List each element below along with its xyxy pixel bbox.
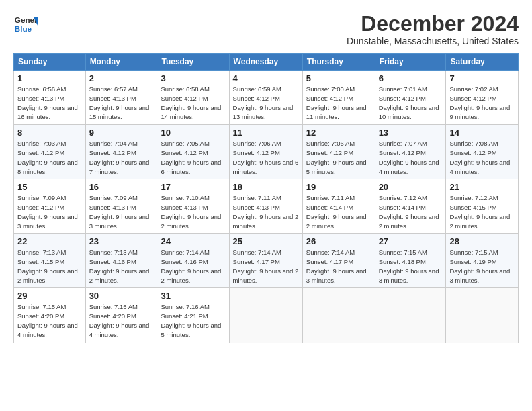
- calendar-table: SundayMondayTuesdayWednesdayThursdayFrid…: [13, 53, 519, 342]
- day-cell: [229, 288, 302, 342]
- day-cell: 22 Sunrise: 7:13 AMSunset: 4:15 PMDaylig…: [14, 234, 86, 288]
- day-number: 10: [161, 128, 225, 138]
- day-number: 12: [306, 128, 371, 138]
- day-info: Sunrise: 7:09 AMSunset: 4:12 PMDaylight:…: [17, 194, 78, 229]
- col-header-sunday: Sunday: [14, 54, 86, 71]
- day-info: Sunrise: 7:13 AMSunset: 4:15 PMDaylight:…: [17, 248, 78, 283]
- day-cell: 10 Sunrise: 7:05 AMSunset: 4:12 PMDaylig…: [157, 125, 229, 179]
- month-title: December 2024: [347, 12, 519, 36]
- day-cell: 31 Sunrise: 7:16 AMSunset: 4:21 PMDaylig…: [157, 288, 229, 342]
- day-number: 3: [161, 73, 225, 83]
- day-number: 2: [89, 73, 154, 83]
- day-info: Sunrise: 6:56 AMSunset: 4:13 PMDaylight:…: [17, 85, 78, 120]
- day-info: Sunrise: 7:15 AMSunset: 4:19 PMDaylight:…: [449, 248, 510, 283]
- day-info: Sunrise: 6:57 AMSunset: 4:13 PMDaylight:…: [89, 85, 150, 120]
- day-cell: 11 Sunrise: 7:06 AMSunset: 4:12 PMDaylig…: [229, 125, 302, 179]
- day-cell: 3 Sunrise: 6:58 AMSunset: 4:12 PMDayligh…: [157, 71, 229, 125]
- day-cell: 17 Sunrise: 7:10 AMSunset: 4:13 PMDaylig…: [157, 179, 229, 234]
- day-cell: 24 Sunrise: 7:14 AMSunset: 4:16 PMDaylig…: [157, 234, 229, 288]
- week-row-3: 15 Sunrise: 7:09 AMSunset: 4:12 PMDaylig…: [14, 179, 519, 234]
- day-info: Sunrise: 7:10 AMSunset: 4:13 PMDaylight:…: [161, 194, 221, 229]
- day-number: 8: [17, 128, 82, 138]
- day-info: Sunrise: 7:14 AMSunset: 4:17 PMDaylight:…: [306, 248, 367, 283]
- day-number: 5: [306, 73, 371, 83]
- day-cell: 27 Sunrise: 7:15 AMSunset: 4:18 PMDaylig…: [375, 234, 446, 288]
- day-number: 21: [449, 182, 515, 192]
- day-number: 4: [233, 73, 299, 83]
- day-info: Sunrise: 6:59 AMSunset: 4:12 PMDaylight:…: [233, 85, 294, 120]
- subtitle: Dunstable, Massachusetts, United States: [347, 36, 519, 46]
- col-header-saturday: Saturday: [446, 54, 519, 71]
- day-info: Sunrise: 7:05 AMSunset: 4:12 PMDaylight:…: [161, 140, 221, 175]
- col-header-tuesday: Tuesday: [157, 54, 229, 71]
- col-header-friday: Friday: [375, 54, 446, 71]
- day-number: 20: [379, 182, 443, 192]
- day-info: Sunrise: 7:00 AMSunset: 4:12 PMDaylight:…: [306, 85, 367, 120]
- day-number: 28: [449, 236, 515, 246]
- logo-icon: General Blue: [13, 12, 38, 36]
- day-info: Sunrise: 7:06 AMSunset: 4:12 PMDaylight:…: [233, 140, 299, 175]
- day-info: Sunrise: 7:14 AMSunset: 4:17 PMDaylight:…: [233, 248, 299, 283]
- day-cell: 21 Sunrise: 7:12 AMSunset: 4:15 PMDaylig…: [446, 179, 519, 234]
- day-cell: [302, 288, 375, 342]
- day-info: Sunrise: 7:01 AMSunset: 4:12 PMDaylight:…: [379, 85, 439, 120]
- day-number: 7: [449, 73, 515, 83]
- day-info: Sunrise: 7:16 AMSunset: 4:21 PMDaylight:…: [161, 303, 221, 338]
- svg-text:General: General: [15, 15, 38, 24]
- day-number: 24: [161, 236, 225, 246]
- header: General Blue December 2024 Dunstable, Ma…: [13, 12, 519, 46]
- day-number: 31: [161, 291, 225, 301]
- week-row-2: 8 Sunrise: 7:03 AMSunset: 4:12 PMDayligh…: [14, 125, 519, 179]
- day-info: Sunrise: 7:11 AMSunset: 4:14 PMDaylight:…: [306, 194, 367, 229]
- day-info: Sunrise: 7:15 AMSunset: 4:20 PMDaylight:…: [17, 303, 78, 338]
- day-number: 25: [233, 236, 299, 246]
- day-cell: 6 Sunrise: 7:01 AMSunset: 4:12 PMDayligh…: [375, 71, 446, 125]
- day-cell: 26 Sunrise: 7:14 AMSunset: 4:17 PMDaylig…: [302, 234, 375, 288]
- day-info: Sunrise: 7:12 AMSunset: 4:14 PMDaylight:…: [379, 194, 439, 229]
- day-number: 18: [233, 182, 299, 192]
- day-cell: 25 Sunrise: 7:14 AMSunset: 4:17 PMDaylig…: [229, 234, 302, 288]
- day-info: Sunrise: 7:11 AMSunset: 4:13 PMDaylight:…: [233, 194, 299, 229]
- title-block: December 2024 Dunstable, Massachusetts, …: [347, 12, 519, 46]
- week-row-5: 29 Sunrise: 7:15 AMSunset: 4:20 PMDaylig…: [14, 288, 519, 342]
- svg-text:Blue: Blue: [15, 24, 32, 33]
- day-cell: 12 Sunrise: 7:06 AMSunset: 4:12 PMDaylig…: [302, 125, 375, 179]
- day-number: 1: [17, 73, 82, 83]
- day-cell: 2 Sunrise: 6:57 AMSunset: 4:13 PMDayligh…: [85, 71, 157, 125]
- day-number: 13: [379, 128, 443, 138]
- col-header-wednesday: Wednesday: [229, 54, 302, 71]
- day-info: Sunrise: 7:03 AMSunset: 4:12 PMDaylight:…: [17, 140, 78, 175]
- day-cell: 4 Sunrise: 6:59 AMSunset: 4:12 PMDayligh…: [229, 71, 302, 125]
- col-header-thursday: Thursday: [302, 54, 375, 71]
- logo: General Blue: [13, 12, 38, 36]
- day-cell: 9 Sunrise: 7:04 AMSunset: 4:12 PMDayligh…: [85, 125, 157, 179]
- day-info: Sunrise: 7:12 AMSunset: 4:15 PMDaylight:…: [449, 194, 510, 229]
- day-number: 19: [306, 182, 371, 192]
- day-number: 16: [89, 182, 154, 192]
- week-row-4: 22 Sunrise: 7:13 AMSunset: 4:15 PMDaylig…: [14, 234, 519, 288]
- day-cell: 18 Sunrise: 7:11 AMSunset: 4:13 PMDaylig…: [229, 179, 302, 234]
- day-cell: 7 Sunrise: 7:02 AMSunset: 4:12 PMDayligh…: [446, 71, 519, 125]
- day-number: 17: [161, 182, 225, 192]
- day-cell: 15 Sunrise: 7:09 AMSunset: 4:12 PMDaylig…: [14, 179, 86, 234]
- day-cell: 28 Sunrise: 7:15 AMSunset: 4:19 PMDaylig…: [446, 234, 519, 288]
- main-container: General Blue December 2024 Dunstable, Ma…: [0, 0, 532, 350]
- day-info: Sunrise: 7:14 AMSunset: 4:16 PMDaylight:…: [161, 248, 221, 283]
- day-info: Sunrise: 6:58 AMSunset: 4:12 PMDaylight:…: [161, 85, 221, 120]
- day-number: 15: [17, 182, 82, 192]
- day-number: 9: [89, 128, 154, 138]
- col-header-monday: Monday: [85, 54, 157, 71]
- day-info: Sunrise: 7:08 AMSunset: 4:12 PMDaylight:…: [449, 140, 510, 175]
- day-cell: 29 Sunrise: 7:15 AMSunset: 4:20 PMDaylig…: [14, 288, 86, 342]
- day-number: 26: [306, 236, 371, 246]
- day-cell: 23 Sunrise: 7:13 AMSunset: 4:16 PMDaylig…: [85, 234, 157, 288]
- day-info: Sunrise: 7:13 AMSunset: 4:16 PMDaylight:…: [89, 248, 150, 283]
- day-info: Sunrise: 7:06 AMSunset: 4:12 PMDaylight:…: [306, 140, 367, 175]
- day-info: Sunrise: 7:15 AMSunset: 4:20 PMDaylight:…: [89, 303, 150, 338]
- day-cell: 30 Sunrise: 7:15 AMSunset: 4:20 PMDaylig…: [85, 288, 157, 342]
- day-number: 29: [17, 291, 82, 301]
- day-cell: 14 Sunrise: 7:08 AMSunset: 4:12 PMDaylig…: [446, 125, 519, 179]
- day-info: Sunrise: 7:04 AMSunset: 4:12 PMDaylight:…: [89, 140, 150, 175]
- day-number: 27: [379, 236, 443, 246]
- day-info: Sunrise: 7:09 AMSunset: 4:13 PMDaylight:…: [89, 194, 150, 229]
